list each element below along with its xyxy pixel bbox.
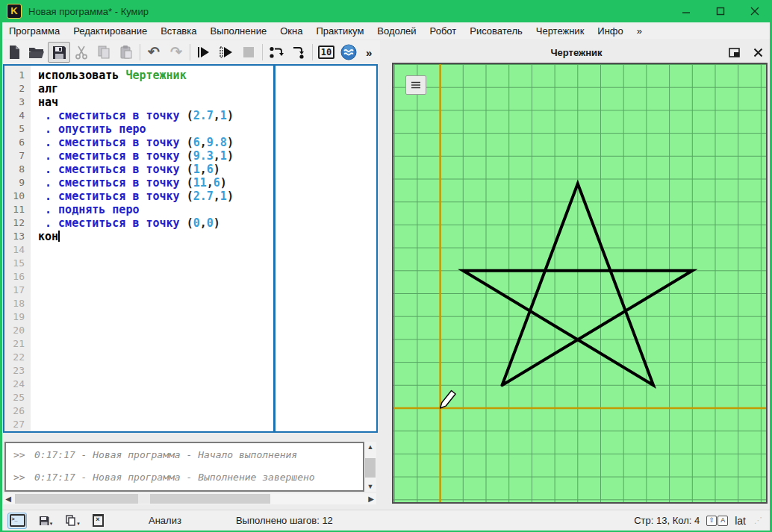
menu-item-2[interactable]: Вставка [154,23,203,39]
drawer-close-button[interactable] [750,45,765,60]
code-text[interactable]: кон [38,230,60,243]
maximize-icon [716,7,725,16]
close-button[interactable] [738,0,772,22]
save-console-button[interactable]: ▾ [36,513,55,529]
paste-button[interactable] [115,42,137,63]
resize-grip[interactable]: ⋰ [754,516,762,525]
editor-line: 26 [4,404,376,418]
menu-item-11[interactable]: » [630,23,649,39]
line-number: 4 [4,109,25,122]
vertical-scroll-thumb[interactable] [365,458,376,478]
undock-button[interactable] [726,45,741,60]
line-number: 21 [4,337,25,351]
menu-item-9[interactable]: Чертежник [529,23,591,39]
console-vertical-scrollbar[interactable]: ▲ ▼ [364,442,376,492]
open-file-button[interactable] [25,42,48,63]
trash-icon: × [93,514,104,527]
minimize-button[interactable] [669,0,703,22]
title-bar[interactable]: K Новая программа* - Кумир [0,0,772,22]
new-file-icon [7,45,22,60]
code-text[interactable]: алг [38,82,58,96]
menu-item-3[interactable]: Выполнение [203,23,273,39]
scroll-left-icon[interactable]: ◀ [3,495,13,503]
run-button[interactable] [193,42,215,63]
maximize-button[interactable] [703,0,738,22]
undo-button[interactable]: ↶ [143,42,165,63]
code-text[interactable]: . сместиться в точку (2.7,1) [38,109,234,122]
code-text[interactable]: . сместиться в точку (6,9.8) [38,136,234,149]
drawer-header[interactable]: Чертежник [383,43,770,61]
menu-item-8[interactable]: Рисователь [463,23,529,39]
stop-button[interactable] [237,42,260,63]
code-text[interactable]: . сместиться в точку (2.7,1) [38,190,234,203]
cut-scissors-icon [74,45,89,60]
toolbar-separator [262,44,263,60]
step-into-button[interactable] [287,42,310,63]
app-window: K Новая программа* - Кумир ПрограммаРеда… [0,0,772,532]
menu-item-6[interactable]: Водолей [370,23,423,39]
aquarius-waves-icon [340,44,357,60]
io-console[interactable]: >>0:17:17 - Новая программа - Начало вып… [4,442,364,492]
scroll-down-icon[interactable]: ▼ [364,481,376,492]
code-editor[interactable]: 1использовать Чертежник2алг3нач4 . смест… [3,64,378,433]
editor-line: 23 [4,364,376,378]
editor-line: 11 . поднять перо [4,203,376,216]
horizontal-scroll-thumb[interactable] [15,494,270,504]
line-number: 19 [4,310,25,324]
step-over-button[interactable] [265,42,287,63]
copy-console-button[interactable]: ▾ [63,513,82,529]
open-folder-icon [28,45,45,60]
code-text[interactable]: . поднять перо [38,203,139,216]
step-over-icon [268,45,284,60]
toolbar-separator [190,44,190,60]
redo-button[interactable]: ↷ [165,42,187,63]
toolbar-more-button[interactable]: » [366,46,372,59]
aquarius-button[interactable] [337,42,360,63]
console-toggle-button[interactable]: >_ [7,513,27,529]
code-text[interactable]: . сместиться в точку (11,6) [38,176,227,190]
line-number: 3 [4,96,25,109]
code-text[interactable]: использовать Чертежник [38,69,187,82]
save-icon [52,46,66,60]
close-icon [750,7,759,16]
copy-icon [96,45,111,60]
menu-item-5[interactable]: Практикум [309,23,370,39]
code-text[interactable]: . сместиться в точку (9.3,1) [38,149,234,163]
clear-console-button[interactable]: × [88,513,108,529]
hamburger-icon [411,81,421,89]
save-button[interactable] [48,42,70,63]
code-text[interactable]: . сместиться в точку (0,0) [38,216,220,230]
analysis-status: Анализ [149,515,181,526]
menu-item-10[interactable]: Инфо [591,23,629,39]
drawer-panel: Чертежник [383,41,770,507]
drawer-title: Чертежник [550,47,602,58]
editor-line: 12 . сместиться в точку (0,0) [4,216,376,230]
menu-item-4[interactable]: Окна [273,23,309,39]
drawer-menu-button[interactable] [405,75,426,95]
cut-button[interactable] [70,42,93,63]
console-horizontal-scrollbar[interactable]: ◀ ▶ [3,493,376,504]
menu-bar: ПрограммаРедактированиеВставкаВыполнение… [2,22,770,40]
console-message: >>0:17:17 - Новая программа - Начало вып… [6,443,363,466]
code-text[interactable]: . опустить перо [38,122,146,136]
editor-line: 24 [4,378,376,391]
run-step-button[interactable] [215,42,237,63]
menu-item-0[interactable]: Программа [2,23,66,39]
menu-item-7[interactable]: Робот [423,23,464,39]
code-text[interactable]: . сместиться в точку (1,6) [38,163,220,176]
display-panel-button[interactable]: 10 [315,42,337,63]
scroll-up-icon[interactable]: ▲ [364,442,376,452]
copy-button[interactable] [93,42,115,63]
new-file-button[interactable] [3,42,25,63]
scroll-right-icon[interactable]: ▶ [366,495,376,503]
line-number: 8 [4,163,25,176]
toolbar: ↶ ↷ [3,40,380,64]
editor-line: 21 [4,337,376,351]
menu-item-1[interactable]: Редактирование [66,23,154,39]
editor-line: 9 . сместиться в точку (11,6) [4,176,376,190]
line-number: 10 [4,190,25,203]
line-number: 9 [4,176,25,190]
line-number: 6 [4,136,25,149]
code-text[interactable]: нач [38,96,58,109]
redo-icon: ↷ [170,45,182,60]
